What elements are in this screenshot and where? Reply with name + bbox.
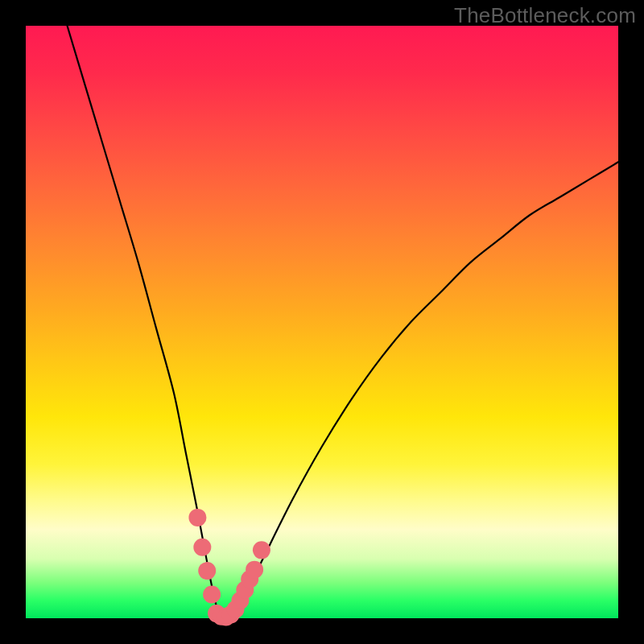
marker-group-left-point: [203, 586, 221, 604]
marker-group-right-point: [253, 541, 270, 559]
bottleneck-curve: [68, 26, 618, 618]
marker-group-left-point: [193, 539, 211, 556]
watermark-text: TheBottleneck.com: [454, 3, 636, 28]
marker-group-left-point: [198, 562, 216, 580]
chart-frame: TheBottleneck.com: [0, 0, 644, 644]
marker-group-left-point: [188, 509, 206, 526]
plot-area: [26, 26, 618, 618]
plot-svg: [26, 26, 618, 618]
marker-group-right-point: [246, 561, 263, 579]
